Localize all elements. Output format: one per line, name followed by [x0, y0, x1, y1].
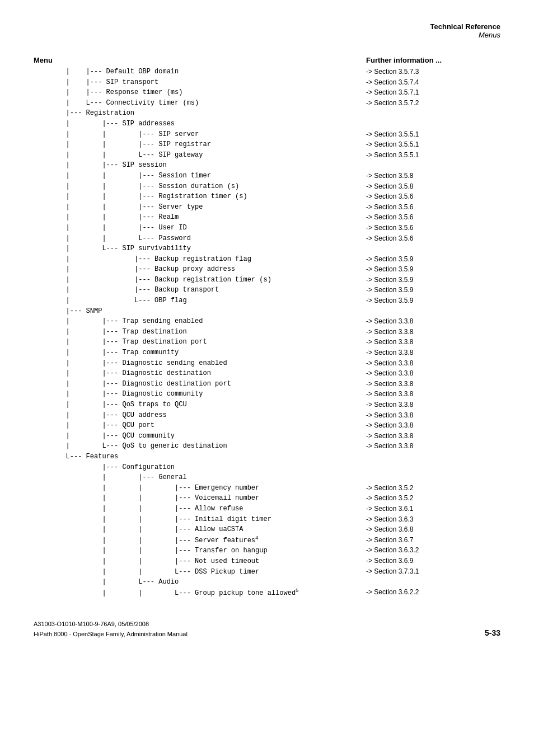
doc-subtitle: Menus	[34, 31, 500, 39]
menu-item: | |--- Backup registration timer (s)	[34, 276, 271, 284]
menu-item: | | |--- Realm	[34, 213, 179, 221]
menu-item: | | |--- Server features4	[34, 537, 258, 544]
info-item: -> Section 3.3.8	[366, 400, 500, 410]
info-item: -> Section 3.5.7.1	[366, 87, 500, 98]
info-item: -> Section 3.5.2	[366, 493, 500, 504]
info-item: -> Section 3.5.9	[366, 254, 500, 265]
info-item: -> Section 3.5.7.4	[366, 77, 500, 88]
menu-item: | L--- Audio	[34, 578, 179, 586]
menu-item: | | L--- Group pickup tone allowed5	[34, 589, 298, 597]
menu-item: | |--- Response timer (ms)	[34, 88, 182, 96]
info-item: -> Section 3.6.1	[366, 504, 500, 514]
info-item: -> Section 3.3.8	[366, 337, 500, 348]
footer-line1: A31003-O1010-M100-9-76A9, 05/05/2008	[34, 621, 500, 627]
menu-item: | |--- SIP transport	[34, 78, 158, 86]
info-item: -> Section 3.6.3	[366, 514, 500, 525]
menu-item: | |--- Trap destination	[34, 328, 187, 336]
info-item: -> Section 3.3.8	[366, 379, 500, 389]
info-item: -> Section 3.3.8	[366, 316, 500, 327]
info-item: -> Section 3.6.8	[366, 524, 500, 535]
menu-item: | |--- QCU community	[34, 432, 175, 440]
page-footer: A31003-O1010-M100-9-76A9, 05/05/2008 HiP…	[34, 621, 500, 637]
menu-item: | |--- General	[34, 473, 187, 481]
info-item: -> Section 3.3.8	[366, 420, 500, 431]
info-item: -> Section 3.5.6	[366, 202, 500, 213]
menu-item: | |--- Backup transport	[34, 286, 219, 294]
menu-item: | | |--- Session timer	[34, 172, 211, 180]
menu-item: L--- Features	[34, 453, 118, 461]
menu-item: |--- SNMP	[34, 307, 102, 315]
info-item: -> Section 3.5.7.2	[366, 98, 500, 109]
info-item: -> Section 3.5.5.1	[366, 139, 500, 150]
menu-item: | |--- QCU address	[34, 411, 167, 419]
menu-item: | |--- Default OBP domain	[34, 68, 179, 76]
menu-item: | |--- SIP session	[34, 161, 167, 169]
menu-item: | | |--- Allow uaCSTA	[34, 525, 243, 533]
info-list: -> Section 3.5.7.3-> Section 3.5.7.4-> S…	[366, 67, 500, 597]
menu-item: | | |--- Not used timeout	[34, 557, 259, 565]
info-item: -> Section 3.5.8	[366, 181, 500, 192]
menu-item: | | |--- Transfer on hangup	[34, 547, 268, 555]
info-item: -> Section 3.5.8	[366, 171, 500, 181]
page-number: 5-33	[485, 628, 500, 637]
menu-item: | | |--- Voicemail number	[34, 494, 259, 502]
info-item: -> Section 3.5.9	[366, 285, 500, 295]
menu-item: | | |--- SIP server	[34, 130, 199, 138]
menu-item: | | L--- DSS Pickup timer	[34, 568, 259, 576]
info-item: -> Section 3.3.8	[366, 441, 500, 452]
menu-item: | |--- Diagnostic destination	[34, 369, 211, 377]
menu-item: |--- Configuration	[34, 463, 175, 471]
info-item: -> Section 3.3.8	[366, 327, 500, 337]
info-item: -> Section 3.3.8	[366, 431, 500, 442]
info-item: -> Section 3.5.6	[366, 223, 500, 233]
menu-item: | |--- Trap destination port	[34, 338, 207, 346]
info-item: -> Section 3.5.6	[366, 191, 500, 202]
info-item: -> Section 3.6.2.2	[366, 587, 500, 598]
info-item: -> Section 3.6.7	[366, 535, 500, 546]
menu-item: | L--- SIP survivability	[34, 245, 191, 252]
menu-item: | | |--- Allow refuse	[34, 505, 243, 513]
menu-item: | |--- Diagnostic destination port	[34, 380, 231, 388]
footer-line2: HiPath 8000 - OpenStage Family, Administ…	[34, 631, 188, 637]
doc-title: Technical Reference	[34, 22, 500, 31]
menu-item: | L--- OBP flag	[34, 297, 187, 304]
info-item: -> Section 3.5.6	[366, 233, 500, 244]
menu-item: | |--- SIP addresses	[34, 120, 175, 128]
info-item: -> Section 3.3.8	[366, 368, 500, 379]
page-header: Technical Reference Menus	[34, 22, 500, 39]
info-item: -> Section 3.5.6	[366, 212, 500, 223]
info-item: -> Section 3.5.9	[366, 275, 500, 285]
menu-item: | | |--- User ID	[34, 224, 187, 232]
info-item: -> Section 3.3.8	[366, 348, 500, 358]
info-item: -> Section 3.6.3.2	[366, 545, 500, 556]
menu-item: | L--- Connectivity timer (ms)	[34, 99, 199, 107]
menu-item: | |--- QoS traps to QCU	[34, 401, 187, 408]
info-item: -> Section 3.5.5.1	[366, 129, 500, 140]
menu-item: | | |--- Initial digit timer	[34, 515, 271, 523]
info-item: -> Section 3.5.5.1	[366, 150, 500, 161]
menu-item: | |--- Diagnostic community	[34, 390, 203, 398]
info-column-header: Further information ...	[366, 56, 500, 64]
menu-item: | | |--- Session duration (s)	[34, 182, 239, 190]
menu-column-header: Menu	[34, 56, 366, 64]
menu-item: | |--- Backup registration flag	[34, 255, 251, 263]
info-item: -> Section 3.5.9	[366, 264, 500, 275]
menu-item: | |--- Trap community	[34, 349, 179, 356]
info-item: -> Section 3.7.3.1	[366, 566, 500, 577]
info-item: -> Section 3.5.2	[366, 483, 500, 494]
menu-item: | | L--- Password	[34, 234, 191, 242]
menu-item: | |--- Trap sending enabled	[34, 317, 203, 325]
info-item: -> Section 3.5.7.3	[366, 67, 500, 77]
menu-item: | | |--- SIP registrar	[34, 140, 211, 148]
menu-item: | |--- Diagnostic sending enabled	[34, 359, 227, 367]
menu-item: |--- Registration	[34, 109, 134, 117]
menu-item: | |--- QCU port	[34, 421, 154, 429]
menu-item: | | |--- Emergency number	[34, 484, 259, 492]
menu-item: | L--- QoS to generic destination	[34, 442, 227, 450]
info-item: -> Section 3.3.8	[366, 358, 500, 369]
info-item: -> Section 3.5.9	[366, 295, 500, 306]
info-item: -> Section 3.3.8	[366, 389, 500, 400]
menu-tree: | |--- Default OBP domain | |--- SIP tra…	[34, 67, 366, 598]
menu-item: | |--- Backup proxy address	[34, 265, 235, 273]
menu-item: | | L--- SIP gateway	[34, 151, 203, 159]
